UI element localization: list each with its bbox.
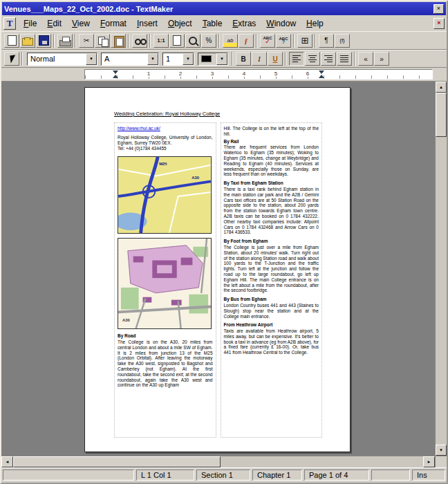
column-left: http://www.rhul.ac.uk/ Royal Holloway Co… <box>114 122 216 438</box>
horizontal-scrollbar[interactable]: ◄ ► <box>1 456 447 467</box>
right-indent-marker-top[interactable] <box>319 71 324 74</box>
paste-icon[interactable] <box>111 34 126 48</box>
bold-button[interactable]: B <box>236 52 251 66</box>
status-page: Page 1 of 4 <box>304 469 369 481</box>
horizontal-scroll-track[interactable] <box>13 456 423 467</box>
ruler-number: 6 <box>305 71 310 77</box>
thesaurus-icon[interactable] <box>276 34 291 48</box>
status-insert-mode[interactable]: Ins <box>412 469 445 481</box>
menu-file[interactable]: File <box>19 17 41 30</box>
horizontal-scroll-thumb[interactable] <box>13 456 221 467</box>
align-left-button[interactable] <box>289 52 304 66</box>
document-canvas[interactable]: Wedding Celebration: Royal Holloway Coll… <box>1 82 435 456</box>
formula-icon[interactable]: {f} <box>335 34 350 48</box>
save-icon[interactable] <box>36 34 51 48</box>
ruler-number: 2 <box>178 71 183 77</box>
column-right: Hill. The College is on the left at the … <box>221 122 323 438</box>
ruler-strip[interactable]: 1 2 3 4 5 6 <box>84 69 433 80</box>
chevron-down-icon[interactable]: ▼ <box>147 53 158 65</box>
copy-icon[interactable] <box>95 34 110 48</box>
document-page[interactable]: Wedding Celebration: Royal Holloway Coll… <box>84 87 351 452</box>
object-mode-icon[interactable] <box>4 52 19 66</box>
toolbar-separator <box>148 34 153 48</box>
menu-edit[interactable]: Edit <box>42 17 66 30</box>
ruler-number: 3 <box>209 71 215 77</box>
menu-table[interactable]: Table <box>198 17 227 30</box>
status-blank <box>371 469 410 481</box>
right-indent-marker[interactable] <box>319 75 324 78</box>
map1-label-a30: A30 <box>192 176 200 180</box>
window-title: Venues___Maps_22_Oct_2002.doc - TextMake… <box>4 5 432 13</box>
italic-button[interactable]: I <box>252 52 267 66</box>
toolbar-separator <box>73 34 78 48</box>
college-url-link[interactable]: http://www.rhul.ac.uk/ <box>118 126 213 131</box>
vertical-scroll-thumb[interactable] <box>436 93 447 137</box>
toolbar-separator <box>254 34 259 48</box>
font-size-combo[interactable]: 1 ▼ <box>162 53 194 66</box>
section-heading-by-bus: By Bus from Egham <box>224 297 319 302</box>
toolbar-separator <box>217 34 222 48</box>
insert-table-icon[interactable]: ⊞ <box>297 34 312 48</box>
standard-toolbar: ✂ 1:1 % ab ƒ ⊞ ¶ {f} <box>1 31 447 50</box>
align-right-button[interactable] <box>321 52 336 66</box>
first-line-indent-marker[interactable] <box>113 71 118 74</box>
section-heading-by-road: By Road <box>118 333 213 339</box>
ruler: 1 2 3 4 5 6 <box>1 68 447 82</box>
status-cursor-position: L 1 Col 1 <box>136 469 194 481</box>
open-file-icon[interactable] <box>20 34 35 48</box>
chevron-down-icon[interactable]: ▼ <box>216 53 227 65</box>
font-combo[interactable]: A ▼ <box>101 53 159 66</box>
menu-format[interactable]: Format <box>95 17 131 30</box>
college-telephone: Tel: +44 (0)1784 434455 <box>118 146 213 151</box>
campus-map-image[interactable]: A30 <box>118 238 212 329</box>
decrease-indent-icon[interactable]: « <box>358 52 373 66</box>
scroll-down-icon[interactable]: ▼ <box>436 445 447 456</box>
chevron-down-icon[interactable]: ▼ <box>183 53 194 65</box>
document-close-button[interactable]: × <box>433 18 445 29</box>
spell-check-icon[interactable] <box>260 34 275 48</box>
title-bar[interactable]: Venues___Maps_22_Oct_2002.doc - TextMake… <box>2 2 446 15</box>
menu-extras[interactable]: Extras <box>227 17 261 30</box>
status-bar: L 1 Col 1 Section 1 Chapter 1 Page 1 of … <box>1 467 447 483</box>
chevron-down-icon[interactable]: ▼ <box>86 53 97 65</box>
vertical-scrollbar[interactable]: ▲ ▼ <box>435 82 447 456</box>
road-map-image[interactable]: M25 A30 <box>118 156 212 234</box>
cut-icon[interactable]: ✂ <box>79 34 94 48</box>
ruler-number: 5 <box>273 71 279 77</box>
section-heading-by-foot: By Foot from Egham <box>224 239 319 244</box>
zoom-icon[interactable] <box>185 34 200 48</box>
paragraph-style-combo[interactable]: Normal ▼ <box>27 53 97 66</box>
actual-size-icon[interactable]: 1:1 <box>153 34 169 48</box>
insert-field-icon[interactable]: ƒ <box>239 34 254 48</box>
menu-window[interactable]: Window <box>261 17 301 30</box>
section-body-by-rail: There are frequent services from London … <box>224 145 319 177</box>
status-section: Section 1 <box>196 469 250 481</box>
scroll-up-icon[interactable]: ▲ <box>436 82 447 93</box>
increase-indent-icon[interactable]: » <box>374 52 389 66</box>
print-icon[interactable] <box>57 34 73 48</box>
font-color-combo[interactable]: ▼ <box>198 53 228 66</box>
find-icon[interactable] <box>132 34 147 48</box>
new-document-icon[interactable] <box>4 34 19 48</box>
page-view-icon[interactable] <box>169 34 185 48</box>
underline-button[interactable]: U <box>268 52 283 66</box>
menu-object[interactable]: Object <box>163 17 197 30</box>
menu-insert[interactable]: Insert <box>132 17 162 30</box>
zoom-level-icon[interactable]: % <box>201 34 216 48</box>
status-info <box>3 469 134 481</box>
menu-help[interactable]: Help <box>301 17 328 30</box>
app-menu-button[interactable]: T <box>3 17 16 30</box>
formatting-marks-icon[interactable]: ¶ <box>319 34 334 48</box>
toolbar-separator <box>127 34 131 48</box>
align-justify-button[interactable] <box>337 52 352 66</box>
scroll-left-icon[interactable]: ◄ <box>1 456 13 467</box>
font-size-value: 1 <box>166 55 170 63</box>
scroll-right-icon[interactable]: ► <box>423 456 435 467</box>
vertical-scroll-track[interactable] <box>436 93 447 445</box>
align-center-button[interactable] <box>305 52 320 66</box>
highlight-icon[interactable]: ab <box>223 34 238 48</box>
close-button[interactable]: × <box>433 4 444 14</box>
section-body-by-bus: London Country buses 441 and 443 (Staine… <box>224 303 319 319</box>
menu-view[interactable]: View <box>67 17 95 30</box>
left-indent-marker[interactable] <box>113 75 118 78</box>
